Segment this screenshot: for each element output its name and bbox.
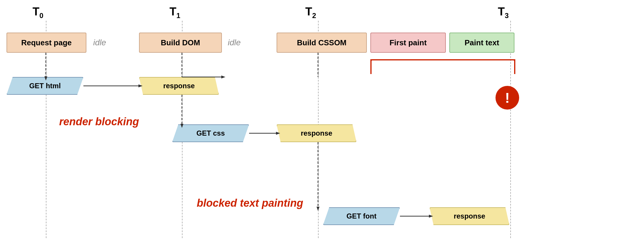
build-dom-box: Build DOM	[139, 33, 222, 53]
get-html-box: GET html	[7, 77, 83, 95]
svg-marker-15	[221, 76, 225, 78]
response-css-box: response	[277, 124, 356, 142]
get-font-box: GET font	[323, 207, 400, 225]
time-label-t3: T3	[498, 5, 509, 20]
vline-t3	[510, 21, 511, 238]
response-font-box: response	[430, 207, 509, 225]
first-paint-box: First paint	[370, 33, 446, 53]
bracket-left-leg	[370, 59, 372, 74]
build-cssom-box: Build CSSOM	[277, 33, 367, 53]
render-blocking-label: render blocking	[59, 115, 139, 128]
idle-label-2: idle	[228, 38, 241, 47]
get-css-box: GET css	[172, 124, 249, 142]
red-bracket	[370, 59, 515, 74]
time-label-t0: T0	[33, 5, 43, 20]
response-html-box: response	[139, 77, 219, 95]
paint-text-box: Paint text	[449, 33, 514, 53]
time-label-t1: T1	[170, 5, 180, 20]
request-page-box: Request page	[7, 33, 86, 53]
warning-icon: !	[495, 86, 519, 110]
vline-t0	[46, 21, 46, 238]
time-label-t2: T2	[305, 5, 316, 20]
idle-label-1: idle	[93, 38, 106, 47]
bracket-right-leg	[514, 59, 515, 74]
blocked-text-painting-label: blocked text painting	[197, 197, 303, 209]
diagram: T0 T1 T2 T3 Request page idle Build DOM …	[0, 0, 644, 244]
